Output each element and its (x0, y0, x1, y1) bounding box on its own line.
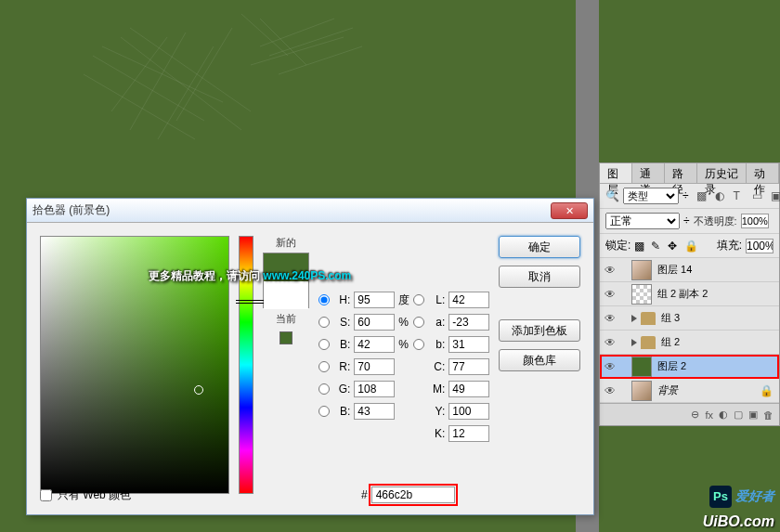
visibility-icon[interactable]: 👁 (600, 360, 620, 373)
web-only-checkbox[interactable] (40, 489, 52, 501)
layer-name[interactable]: 组 2 (661, 335, 680, 349)
filter-pixel-icon[interactable]: ▩ (696, 189, 709, 202)
layer-name[interactable]: 组 2 副本 2 (657, 287, 708, 301)
visibility-icon[interactable]: 👁 (600, 336, 620, 349)
layer-thumbnail[interactable] (631, 357, 652, 377)
k-input[interactable] (448, 425, 489, 442)
l-input[interactable] (448, 292, 489, 308)
expand-triangle-icon[interactable] (631, 315, 637, 322)
web-only-label: 只有 Web 颜色 (58, 487, 131, 503)
filter-adjust-icon[interactable]: ◐ (715, 189, 728, 202)
blend-mode-select[interactable]: 正常 (605, 213, 680, 229)
h-radio[interactable] (318, 294, 330, 305)
tab-history[interactable]: 历史记录 (697, 163, 747, 183)
filter-shape-icon[interactable]: ▭ (752, 189, 765, 202)
hue-indicator[interactable] (236, 300, 264, 304)
lock-position-icon[interactable]: ✥ (668, 240, 681, 253)
brush-scratches (74, 9, 390, 167)
layer-name[interactable]: 背景 (657, 383, 678, 397)
rgb-b-label: B: (333, 405, 350, 418)
layer-row[interactable]: 👁 组 2 (600, 331, 779, 355)
s-radio[interactable] (318, 317, 330, 328)
filter-type-select[interactable]: 类型 (623, 188, 679, 204)
visibility-icon[interactable]: 👁 (600, 312, 620, 325)
layer-row-selected[interactable]: 👁 图层 2 (600, 355, 779, 379)
layer-name[interactable]: 图层 2 (657, 359, 686, 373)
b-label: B: (333, 338, 350, 351)
layer-row[interactable]: 👁 组 3 (600, 306, 779, 331)
layer-thumbnail[interactable] (631, 381, 652, 401)
b-radio[interactable] (318, 339, 330, 350)
layer-row[interactable]: 👁 图层 14 (600, 258, 779, 282)
web-only-row: 只有 Web 颜色 (40, 487, 131, 503)
ps-logo: Ps (709, 486, 732, 508)
layer-filter-row: 🔍 类型 ÷ ▩ ◐ T ▭ ▣ (600, 184, 779, 209)
new-layer-icon[interactable]: ▣ (748, 409, 758, 421)
blend-row: 正常 ÷ 不透明度: (600, 209, 779, 234)
lab-b-radio[interactable] (413, 339, 424, 350)
mask-icon[interactable]: ◐ (719, 409, 728, 421)
lock-all-icon[interactable]: 🔒 (684, 240, 697, 253)
layer-row[interactable]: 👁 组 2 副本 2 (600, 282, 779, 306)
watermark: 更多精品教程，请访问 www.240PS.com (149, 263, 351, 284)
dialog-title: 拾色器 (前景色) (32, 202, 551, 218)
layer-row[interactable]: 👁 背景 🔒 (600, 379, 779, 403)
lab-b-input[interactable] (448, 336, 489, 353)
adjustment-icon[interactable]: ▢ (734, 409, 743, 421)
fill-input[interactable] (746, 239, 774, 253)
r-input[interactable] (354, 358, 395, 375)
layer-name[interactable]: 图层 14 (657, 263, 692, 277)
layer-thumbnail[interactable] (631, 260, 652, 280)
filter-type-icon[interactable]: T (734, 189, 747, 202)
m-input[interactable] (448, 381, 489, 397)
r-radio[interactable] (318, 361, 330, 372)
c-input[interactable] (448, 358, 489, 375)
color-picker-dialog: 拾色器 (前景色) ✕ 新的 当前 H:度 L: S:% a: (26, 198, 594, 515)
lock-pixels-icon[interactable]: ✎ (651, 240, 664, 253)
panel-footer: ⊖ fx ◐ ▢ ▣ 🗑 (600, 403, 779, 425)
warning-swatch[interactable] (280, 331, 292, 344)
cancel-button[interactable]: 取消 (499, 266, 580, 288)
r-label: R: (333, 360, 350, 373)
b-input[interactable] (354, 336, 395, 353)
fx-icon[interactable]: fx (705, 409, 713, 421)
tab-paths[interactable]: 路径 (665, 163, 697, 183)
link-layers-icon[interactable]: ⊖ (691, 409, 699, 421)
visibility-icon[interactable]: 👁 (600, 288, 620, 301)
filter-smart-icon[interactable]: ▣ (771, 189, 780, 202)
layer-thumbnail[interactable] (631, 284, 652, 305)
b-unit: % (398, 338, 413, 351)
folder-icon (641, 312, 656, 325)
add-swatch-button[interactable]: 添加到色板 (499, 319, 580, 342)
visibility-icon[interactable]: 👁 (600, 384, 620, 397)
tab-channels[interactable]: 通道 (632, 163, 665, 183)
delete-layer-icon[interactable]: 🗑 (763, 409, 774, 421)
y-input[interactable] (448, 403, 489, 420)
expand-triangle-icon[interactable] (631, 339, 637, 346)
y-label: Y: (428, 405, 445, 418)
ok-button[interactable]: 确定 (499, 236, 580, 258)
color-library-button[interactable]: 颜色库 (499, 349, 580, 371)
lock-transparent-icon[interactable]: ▩ (634, 240, 647, 253)
s-input[interactable] (354, 314, 395, 331)
hex-input[interactable] (371, 487, 455, 503)
g-radio[interactable] (318, 383, 330, 395)
a2-input[interactable] (448, 314, 489, 331)
layer-name[interactable]: 组 3 (661, 311, 680, 325)
a-radio[interactable] (413, 317, 424, 328)
rgb-b-input[interactable] (354, 403, 395, 420)
close-button[interactable]: ✕ (551, 202, 588, 219)
lock-row: 锁定: ▩ ✎ ✥ 🔒 填充: (600, 234, 779, 258)
l-radio[interactable] (413, 294, 424, 305)
tab-actions[interactable]: 动作 (747, 163, 779, 183)
g-input[interactable] (354, 381, 395, 397)
titlebar[interactable]: 拾色器 (前景色) ✕ (27, 199, 593, 223)
h-unit: 度 (398, 292, 413, 308)
rgb-b-radio[interactable] (318, 406, 330, 417)
s-label: S: (333, 316, 350, 329)
visibility-icon[interactable]: 👁 (600, 264, 620, 277)
color-cursor[interactable] (194, 385, 203, 395)
opacity-input[interactable] (741, 214, 769, 228)
tab-layers[interactable]: 图层 (600, 163, 632, 183)
h-input[interactable] (354, 292, 395, 308)
